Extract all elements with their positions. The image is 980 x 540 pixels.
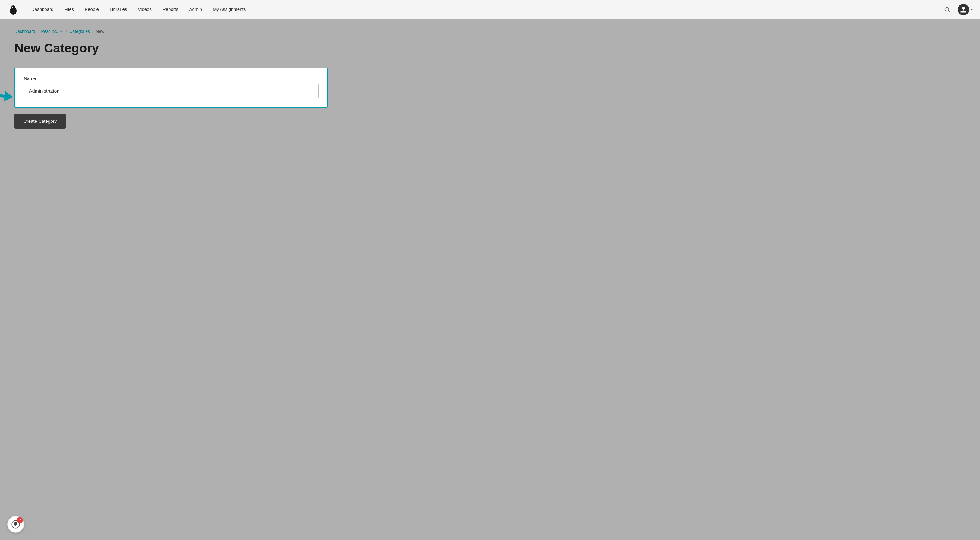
- page-title: New Category: [14, 41, 347, 56]
- name-input[interactable]: [24, 84, 319, 98]
- user-icon: [960, 6, 967, 13]
- breadcrumb-sep-3: /: [92, 29, 94, 34]
- nav-item-videos[interactable]: Videos: [133, 0, 156, 19]
- nav-item-my-assignments[interactable]: My Assignments: [208, 0, 251, 19]
- main-content: Dashboard / Pear Inc. / Categories / New…: [0, 19, 362, 138]
- create-category-button[interactable]: Create Category: [14, 114, 66, 129]
- chevron-down-icon: [59, 29, 63, 33]
- name-label: Name: [24, 76, 319, 81]
- breadcrumb: Dashboard / Pear Inc. / Categories / New: [14, 29, 347, 34]
- nav-item-dashboard[interactable]: Dashboard: [27, 0, 58, 19]
- navbar-right: ▾: [942, 4, 973, 15]
- breadcrumb-org[interactable]: Pear Inc.: [41, 29, 63, 34]
- form-card: Name: [14, 68, 328, 108]
- nav-item-libraries[interactable]: Libraries: [105, 0, 132, 19]
- form-container: Name Create Category: [14, 68, 328, 129]
- breadcrumb-dashboard[interactable]: Dashboard: [14, 29, 35, 34]
- navbar: Dashboard Files People Libraries Videos …: [0, 0, 980, 19]
- breadcrumb-sep-2: /: [66, 29, 67, 34]
- svg-point-1: [11, 5, 15, 10]
- nav-item-admin[interactable]: Admin: [184, 0, 207, 19]
- nav-menu: Dashboard Files People Libraries Videos …: [27, 0, 942, 19]
- breadcrumb-categories[interactable]: Categories: [69, 29, 90, 34]
- user-profile-button[interactable]: ▾: [958, 4, 973, 15]
- nav-item-people[interactable]: People: [80, 0, 104, 19]
- avatar: [958, 4, 969, 15]
- notification-widget[interactable]: 7: [7, 516, 24, 533]
- breadcrumb-current: New: [96, 29, 104, 34]
- nav-item-reports[interactable]: Reports: [158, 0, 183, 19]
- search-icon: [944, 6, 950, 13]
- nav-item-files[interactable]: Files: [59, 0, 79, 19]
- search-button[interactable]: [942, 4, 953, 15]
- svg-marker-5: [4, 91, 13, 101]
- svg-point-2: [12, 6, 13, 8]
- notification-badge: 7: [17, 517, 23, 523]
- chevron-down-icon: ▾: [971, 8, 973, 12]
- app-logo[interactable]: [7, 4, 19, 16]
- breadcrumb-sep-1: /: [38, 29, 39, 34]
- arrow-annotation: [0, 71, 21, 107]
- breadcrumb-org-label: Pear Inc.: [41, 29, 58, 34]
- svg-line-4: [948, 11, 950, 13]
